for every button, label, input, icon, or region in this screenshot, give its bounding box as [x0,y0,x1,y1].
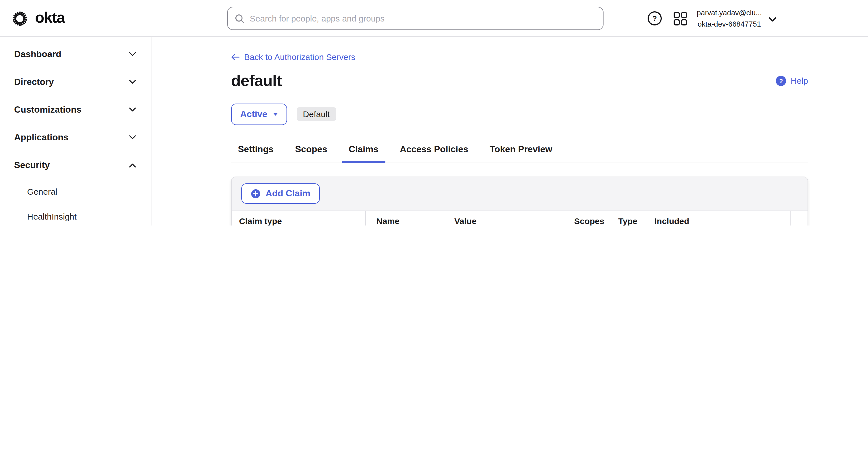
help-link-label: Help [790,76,808,85]
claim-type-header: Claim type [232,211,365,225]
claims-toolbar: Add Claim [232,177,808,211]
brand-wordmark: okta [35,9,65,28]
tab-access-policies[interactable]: Access Policies [393,144,475,162]
user-email: parvat.yadav@clu... [697,7,762,19]
tab-settings[interactable]: Settings [231,144,280,162]
column-header-name: Name [366,211,447,225]
status-label: Active [240,109,267,119]
sidebar-item-label: Applications [14,132,68,142]
add-claim-label: Add Claim [266,189,310,199]
column-header-type: Type [611,211,648,225]
tab-scopes[interactable]: Scopes [288,144,334,162]
sidebar-item-label: Customizations [14,105,82,115]
sidebar-item-label: Directory [14,77,54,87]
question-circle-filled-icon: ? [776,76,786,86]
okta-admin-console: okta ? parvat.yadav@clu... okta-de [0,0,868,225]
topbar-right-cluster: ? parvat.yadav@clu... okta-dev-66847751 [648,0,776,37]
tab-bar: Settings Scopes Claims Access Policies T… [231,144,808,162]
chevron-down-icon [129,107,136,112]
sidebar-item-customizations[interactable]: Customizations [0,96,151,123]
claims-table-header-row: Name Value Scopes Type Included [366,211,790,225]
sidebar-item-label: Security [14,160,50,170]
sidebar-nav: Dashboard Directory Customizations Appli… [0,37,151,225]
status-dropdown-button[interactable]: Active [231,103,287,125]
help-link[interactable]: ? Help [776,76,808,86]
claim-type-filter: Claim type All ID Access [232,211,366,225]
okta-logo[interactable]: okta [11,0,65,37]
sidebar-item-security[interactable]: Security [0,151,151,179]
sidebar-item-general[interactable]: General [0,179,151,204]
claims-table-area: Name Value Scopes Type Included [366,211,808,225]
main-content: Back to Authorization Servers default ? … [151,37,868,225]
user-org: okta-dev-66847751 [697,19,762,29]
back-to-authorization-servers-link[interactable]: Back to Authorization Servers [231,52,355,62]
sidebar-subitem-label: HealthInsight [27,212,76,221]
column-header-actions [695,211,790,225]
sidebar-subitem-label: General [27,187,57,196]
add-claim-button[interactable]: Add Claim [241,184,320,204]
user-account-info: parvat.yadav@clu... okta-dev-66847751 [697,7,762,29]
back-arrow-icon [231,54,240,60]
search-input[interactable] [250,13,596,23]
claims-table: Name Value Scopes Type Included [366,211,790,225]
topbar: okta ? parvat.yadav@clu... okta-de [0,0,868,37]
sidebar-item-healthinsight[interactable]: HealthInsight [0,204,151,225]
okta-burst-logo-icon [11,10,28,27]
chevron-up-icon [129,163,136,167]
sidebar-item-directory[interactable]: Directory [0,68,151,96]
back-link-label: Back to Authorization Servers [244,52,355,62]
column-header-scopes: Scopes [566,211,611,225]
sidebar-item-label: Dashboard [14,49,61,59]
chevron-down-icon [129,80,136,84]
plus-circle-icon [251,189,260,198]
global-search[interactable] [227,7,603,30]
claims-panel: Add Claim Claim type All ID Access [231,176,808,225]
apps-grid-icon[interactable] [673,11,688,26]
column-header-value: Value [447,211,566,225]
chevron-down-icon [129,135,136,140]
sidebar-item-applications[interactable]: Applications [0,123,151,151]
tab-claims[interactable]: Claims [342,144,385,162]
user-menu-chevron-down-icon[interactable] [769,17,776,22]
chevron-down-icon [129,52,136,56]
help-circle-icon[interactable]: ? [648,11,662,25]
caret-down-icon [273,112,278,116]
column-header-included: Included [648,211,695,225]
search-icon [235,13,245,24]
tab-token-preview[interactable]: Token Preview [483,144,559,162]
page-title: default [231,72,282,90]
sidebar-item-dashboard[interactable]: Dashboard [0,40,151,68]
default-badge: Default [297,107,336,121]
